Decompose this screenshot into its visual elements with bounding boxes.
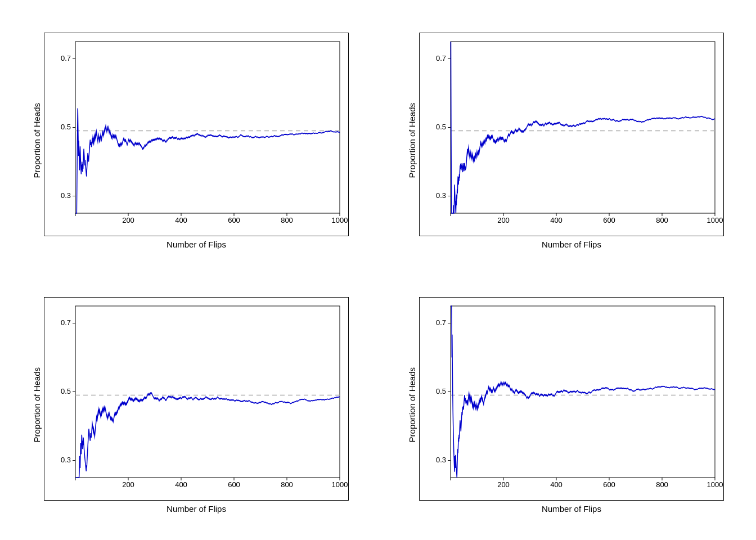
y-axis-label-1: Proportion of Heads bbox=[32, 103, 42, 178]
chart-container-4: Proportion of Heads Number of Flips bbox=[381, 276, 750, 534]
x-axis-label-4: Number of Flips bbox=[542, 504, 601, 514]
y-axis-label-4: Proportion of Heads bbox=[407, 367, 417, 442]
y-axis-label-3: Proportion of Heads bbox=[32, 367, 42, 442]
plot-area-4 bbox=[419, 297, 724, 501]
x-axis-label-2: Number of Flips bbox=[542, 240, 601, 249]
plot-area-2 bbox=[419, 33, 724, 236]
plot-area-3 bbox=[44, 297, 349, 501]
chart-container-2: Proportion of Heads Number of Flips bbox=[381, 11, 750, 270]
plot-area-1 bbox=[44, 33, 349, 236]
chart-container-3: Proportion of Heads Number of Flips bbox=[6, 276, 375, 534]
y-axis-label-2: Proportion of Heads bbox=[407, 103, 417, 178]
chart-container-1: Proportion of Heads Number of Flips bbox=[6, 11, 375, 270]
x-axis-label-3: Number of Flips bbox=[166, 504, 226, 514]
chart-grid: Proportion of Heads Number of Flips Prop… bbox=[0, 0, 756, 540]
x-axis-label-1: Number of Flips bbox=[166, 240, 226, 249]
